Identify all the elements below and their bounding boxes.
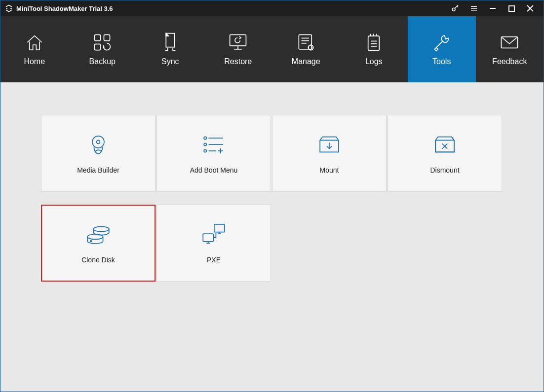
svg-rect-9	[104, 35, 110, 40]
manage-icon	[296, 33, 316, 52]
svg-point-28	[204, 143, 206, 145]
svg-point-39	[93, 226, 109, 231]
app-title: MiniTool ShadowMaker Trial 3.6	[16, 5, 113, 12]
svg-point-24	[92, 136, 104, 148]
tool-clone-disk[interactable]: Clone Disk	[41, 205, 155, 282]
tab-label: Manage	[292, 57, 320, 66]
feedback-icon	[500, 33, 519, 52]
tool-label: Media Builder	[77, 166, 119, 174]
tools-grid: Media Builder Add Boot Menu	[41, 115, 503, 282]
svg-rect-11	[230, 35, 246, 45]
tool-pxe[interactable]: PXE	[156, 205, 271, 282]
tab-logs[interactable]: Logs	[340, 16, 408, 82]
svg-rect-8	[95, 35, 101, 40]
svg-point-0	[452, 8, 455, 11]
tab-home[interactable]: Home	[0, 16, 69, 82]
titlebar-controls	[446, 0, 540, 16]
svg-point-25	[97, 140, 100, 143]
tool-add-boot-menu[interactable]: Add Boot Menu	[156, 115, 271, 192]
tab-label: Logs	[365, 57, 383, 66]
media-builder-icon	[86, 133, 110, 156]
close-button[interactable]	[521, 0, 540, 16]
tool-label: Add Boot Menu	[190, 166, 238, 174]
tool-dismount[interactable]: Dismount	[388, 115, 502, 192]
tool-label: PXE	[207, 256, 221, 264]
tab-manage[interactable]: Manage	[272, 16, 340, 82]
tool-media-builder[interactable]: Media Builder	[41, 115, 155, 192]
tab-backup[interactable]: Backup	[69, 16, 137, 82]
tools-icon	[432, 33, 452, 52]
svg-point-41	[90, 241, 92, 242]
tab-label: Sync	[161, 57, 179, 66]
maximize-button[interactable]	[502, 0, 521, 16]
svg-point-26	[204, 137, 206, 139]
tool-label: Dismount	[430, 166, 459, 174]
tab-sync[interactable]: Sync	[136, 16, 204, 82]
pxe-icon	[200, 222, 227, 246]
tab-tools[interactable]: Tools	[408, 16, 476, 82]
tab-feedback[interactable]: Feedback	[476, 16, 544, 82]
svg-point-30	[204, 149, 206, 152]
clone-disk-icon	[85, 222, 112, 246]
svg-rect-42	[214, 224, 225, 232]
tab-label: Backup	[89, 57, 116, 66]
navbar: Home Backup Sync Restore	[0, 16, 544, 82]
app-logo-icon	[4, 4, 13, 13]
mount-icon	[317, 133, 341, 156]
tool-label: Clone Disk	[81, 256, 115, 264]
logs-icon	[365, 33, 382, 52]
tab-label: Feedback	[492, 57, 527, 66]
menu-button[interactable]	[465, 0, 483, 16]
tool-label: Mount	[320, 166, 339, 174]
add-boot-menu-icon	[201, 133, 227, 156]
tab-restore[interactable]: Restore	[204, 16, 272, 82]
dismount-icon	[433, 133, 457, 156]
svg-point-40	[87, 234, 103, 239]
svg-rect-5	[508, 5, 514, 11]
tab-label: Tools	[432, 57, 451, 66]
tool-mount[interactable]: Mount	[272, 115, 387, 192]
sync-icon	[161, 33, 179, 52]
tools-content: Media Builder Add Boot Menu	[0, 82, 544, 314]
tab-label: Restore	[224, 57, 252, 66]
svg-rect-14	[299, 35, 311, 49]
minimize-button[interactable]	[483, 0, 502, 16]
titlebar: MiniTool ShadowMaker Trial 3.6	[0, 0, 544, 16]
key-button[interactable]	[446, 0, 465, 16]
svg-rect-10	[95, 44, 101, 50]
backup-icon	[92, 33, 113, 52]
home-icon	[25, 33, 44, 52]
restore-icon	[227, 33, 249, 52]
svg-rect-45	[203, 234, 213, 242]
titlebar-left: MiniTool ShadowMaker Trial 3.6	[4, 4, 113, 13]
tab-label: Home	[24, 57, 45, 66]
